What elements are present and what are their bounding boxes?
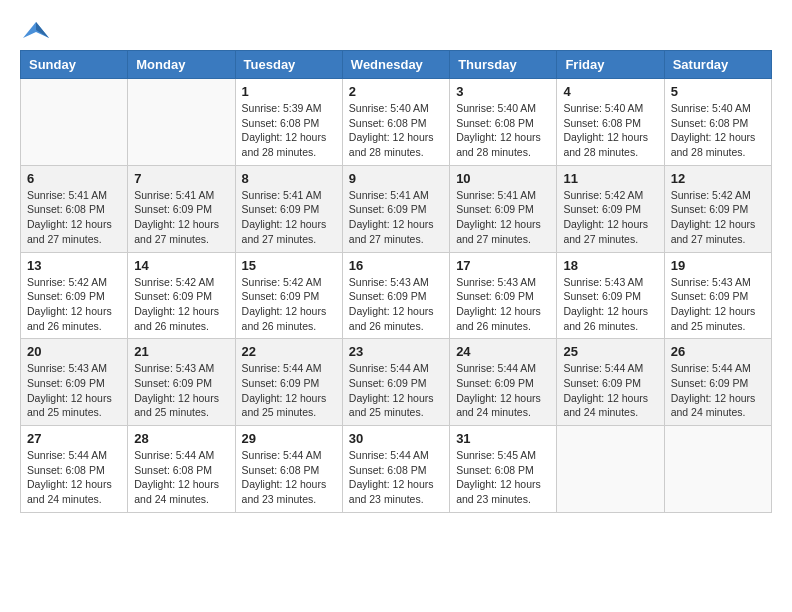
day-info: Sunrise: 5:42 AM Sunset: 6:09 PM Dayligh… xyxy=(27,275,121,334)
calendar-cell: 12Sunrise: 5:42 AM Sunset: 6:09 PM Dayli… xyxy=(664,165,771,252)
day-number: 16 xyxy=(349,258,443,273)
calendar-cell: 4Sunrise: 5:40 AM Sunset: 6:08 PM Daylig… xyxy=(557,79,664,166)
calendar-cell: 17Sunrise: 5:43 AM Sunset: 6:09 PM Dayli… xyxy=(450,252,557,339)
day-number: 19 xyxy=(671,258,765,273)
calendar-cell: 23Sunrise: 5:44 AM Sunset: 6:09 PM Dayli… xyxy=(342,339,449,426)
day-number: 13 xyxy=(27,258,121,273)
calendar-cell: 7Sunrise: 5:41 AM Sunset: 6:09 PM Daylig… xyxy=(128,165,235,252)
logo xyxy=(20,20,49,40)
day-header-friday: Friday xyxy=(557,51,664,79)
day-number: 2 xyxy=(349,84,443,99)
day-info: Sunrise: 5:44 AM Sunset: 6:08 PM Dayligh… xyxy=(242,448,336,507)
day-header-monday: Monday xyxy=(128,51,235,79)
day-number: 31 xyxy=(456,431,550,446)
day-info: Sunrise: 5:41 AM Sunset: 6:09 PM Dayligh… xyxy=(349,188,443,247)
calendar-cell: 24Sunrise: 5:44 AM Sunset: 6:09 PM Dayli… xyxy=(450,339,557,426)
calendar-week-row: 20Sunrise: 5:43 AM Sunset: 6:09 PM Dayli… xyxy=(21,339,772,426)
day-header-thursday: Thursday xyxy=(450,51,557,79)
day-info: Sunrise: 5:41 AM Sunset: 6:09 PM Dayligh… xyxy=(134,188,228,247)
day-info: Sunrise: 5:43 AM Sunset: 6:09 PM Dayligh… xyxy=(456,275,550,334)
logo-bird-icon xyxy=(23,20,49,40)
calendar-cell xyxy=(128,79,235,166)
day-info: Sunrise: 5:44 AM Sunset: 6:09 PM Dayligh… xyxy=(456,361,550,420)
day-info: Sunrise: 5:44 AM Sunset: 6:09 PM Dayligh… xyxy=(349,361,443,420)
calendar-cell: 16Sunrise: 5:43 AM Sunset: 6:09 PM Dayli… xyxy=(342,252,449,339)
day-info: Sunrise: 5:41 AM Sunset: 6:08 PM Dayligh… xyxy=(27,188,121,247)
calendar-cell: 22Sunrise: 5:44 AM Sunset: 6:09 PM Dayli… xyxy=(235,339,342,426)
calendar-cell: 2Sunrise: 5:40 AM Sunset: 6:08 PM Daylig… xyxy=(342,79,449,166)
calendar-cell: 13Sunrise: 5:42 AM Sunset: 6:09 PM Dayli… xyxy=(21,252,128,339)
day-number: 24 xyxy=(456,344,550,359)
day-info: Sunrise: 5:43 AM Sunset: 6:09 PM Dayligh… xyxy=(134,361,228,420)
day-number: 28 xyxy=(134,431,228,446)
day-number: 27 xyxy=(27,431,121,446)
day-info: Sunrise: 5:39 AM Sunset: 6:08 PM Dayligh… xyxy=(242,101,336,160)
calendar-cell: 27Sunrise: 5:44 AM Sunset: 6:08 PM Dayli… xyxy=(21,426,128,513)
day-number: 1 xyxy=(242,84,336,99)
day-number: 10 xyxy=(456,171,550,186)
day-header-saturday: Saturday xyxy=(664,51,771,79)
day-info: Sunrise: 5:40 AM Sunset: 6:08 PM Dayligh… xyxy=(349,101,443,160)
day-number: 5 xyxy=(671,84,765,99)
day-number: 21 xyxy=(134,344,228,359)
day-info: Sunrise: 5:42 AM Sunset: 6:09 PM Dayligh… xyxy=(242,275,336,334)
day-number: 29 xyxy=(242,431,336,446)
day-number: 23 xyxy=(349,344,443,359)
day-info: Sunrise: 5:44 AM Sunset: 6:08 PM Dayligh… xyxy=(349,448,443,507)
calendar-week-row: 6Sunrise: 5:41 AM Sunset: 6:08 PM Daylig… xyxy=(21,165,772,252)
day-number: 14 xyxy=(134,258,228,273)
day-number: 17 xyxy=(456,258,550,273)
calendar-cell: 10Sunrise: 5:41 AM Sunset: 6:09 PM Dayli… xyxy=(450,165,557,252)
calendar-cell: 3Sunrise: 5:40 AM Sunset: 6:08 PM Daylig… xyxy=(450,79,557,166)
day-number: 9 xyxy=(349,171,443,186)
day-number: 7 xyxy=(134,171,228,186)
day-info: Sunrise: 5:43 AM Sunset: 6:09 PM Dayligh… xyxy=(671,275,765,334)
calendar-cell: 5Sunrise: 5:40 AM Sunset: 6:08 PM Daylig… xyxy=(664,79,771,166)
calendar-cell: 20Sunrise: 5:43 AM Sunset: 6:09 PM Dayli… xyxy=(21,339,128,426)
calendar-header-row: SundayMondayTuesdayWednesdayThursdayFrid… xyxy=(21,51,772,79)
calendar-cell: 6Sunrise: 5:41 AM Sunset: 6:08 PM Daylig… xyxy=(21,165,128,252)
day-info: Sunrise: 5:44 AM Sunset: 6:09 PM Dayligh… xyxy=(563,361,657,420)
calendar-cell: 21Sunrise: 5:43 AM Sunset: 6:09 PM Dayli… xyxy=(128,339,235,426)
calendar-week-row: 13Sunrise: 5:42 AM Sunset: 6:09 PM Dayli… xyxy=(21,252,772,339)
calendar-cell: 26Sunrise: 5:44 AM Sunset: 6:09 PM Dayli… xyxy=(664,339,771,426)
day-header-tuesday: Tuesday xyxy=(235,51,342,79)
calendar-cell: 14Sunrise: 5:42 AM Sunset: 6:09 PM Dayli… xyxy=(128,252,235,339)
day-info: Sunrise: 5:45 AM Sunset: 6:08 PM Dayligh… xyxy=(456,448,550,507)
day-header-wednesday: Wednesday xyxy=(342,51,449,79)
day-info: Sunrise: 5:40 AM Sunset: 6:08 PM Dayligh… xyxy=(456,101,550,160)
calendar-cell: 30Sunrise: 5:44 AM Sunset: 6:08 PM Dayli… xyxy=(342,426,449,513)
day-number: 15 xyxy=(242,258,336,273)
day-info: Sunrise: 5:40 AM Sunset: 6:08 PM Dayligh… xyxy=(671,101,765,160)
day-header-sunday: Sunday xyxy=(21,51,128,79)
day-info: Sunrise: 5:44 AM Sunset: 6:09 PM Dayligh… xyxy=(671,361,765,420)
day-number: 26 xyxy=(671,344,765,359)
calendar-week-row: 1Sunrise: 5:39 AM Sunset: 6:08 PM Daylig… xyxy=(21,79,772,166)
day-info: Sunrise: 5:44 AM Sunset: 6:08 PM Dayligh… xyxy=(134,448,228,507)
day-number: 12 xyxy=(671,171,765,186)
calendar-cell: 18Sunrise: 5:43 AM Sunset: 6:09 PM Dayli… xyxy=(557,252,664,339)
calendar-cell: 19Sunrise: 5:43 AM Sunset: 6:09 PM Dayli… xyxy=(664,252,771,339)
day-info: Sunrise: 5:41 AM Sunset: 6:09 PM Dayligh… xyxy=(242,188,336,247)
day-number: 25 xyxy=(563,344,657,359)
day-number: 3 xyxy=(456,84,550,99)
day-number: 6 xyxy=(27,171,121,186)
day-info: Sunrise: 5:44 AM Sunset: 6:09 PM Dayligh… xyxy=(242,361,336,420)
calendar-cell: 8Sunrise: 5:41 AM Sunset: 6:09 PM Daylig… xyxy=(235,165,342,252)
day-number: 4 xyxy=(563,84,657,99)
calendar-cell: 11Sunrise: 5:42 AM Sunset: 6:09 PM Dayli… xyxy=(557,165,664,252)
day-info: Sunrise: 5:42 AM Sunset: 6:09 PM Dayligh… xyxy=(671,188,765,247)
day-number: 8 xyxy=(242,171,336,186)
calendar-cell xyxy=(21,79,128,166)
day-number: 22 xyxy=(242,344,336,359)
day-info: Sunrise: 5:42 AM Sunset: 6:09 PM Dayligh… xyxy=(134,275,228,334)
page-header xyxy=(20,20,772,40)
day-number: 30 xyxy=(349,431,443,446)
calendar-cell: 29Sunrise: 5:44 AM Sunset: 6:08 PM Dayli… xyxy=(235,426,342,513)
day-info: Sunrise: 5:44 AM Sunset: 6:08 PM Dayligh… xyxy=(27,448,121,507)
calendar-week-row: 27Sunrise: 5:44 AM Sunset: 6:08 PM Dayli… xyxy=(21,426,772,513)
calendar-cell xyxy=(557,426,664,513)
calendar-cell xyxy=(664,426,771,513)
calendar-cell: 28Sunrise: 5:44 AM Sunset: 6:08 PM Dayli… xyxy=(128,426,235,513)
svg-marker-1 xyxy=(36,22,49,38)
